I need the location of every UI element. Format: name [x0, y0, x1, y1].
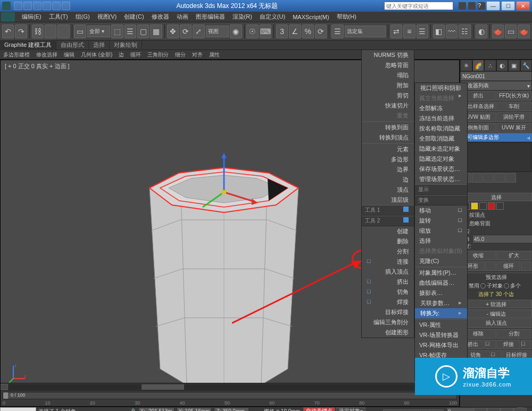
- manipulate-icon[interactable]: ☉: [246, 24, 258, 38]
- material-editor-icon[interactable]: ◐: [476, 24, 487, 38]
- ref-coord-dropdown[interactable]: 视图: [206, 26, 229, 37]
- qat-btn[interactable]: [33, 2, 41, 10]
- ctx-quickslice[interactable]: 快速切片: [362, 101, 414, 111]
- viewport-label[interactable]: [ + 0 正交 0 真实 + 边面 ]: [5, 62, 70, 70]
- goto-end-icon[interactable]: ⏭: [432, 409, 444, 412]
- ctx-delete[interactable]: 删除: [362, 236, 414, 246]
- rollout-soft-selection[interactable]: + 软选择: [460, 300, 532, 308]
- help-icon[interactable]: ?: [478, 2, 485, 10]
- hierarchy-tab-icon[interactable]: ⛬: [484, 60, 496, 71]
- undo-icon[interactable]: ↶: [2, 24, 14, 38]
- ctx-edge[interactable]: 边: [362, 175, 414, 185]
- angle-spinner[interactable]: [472, 235, 532, 243]
- menu-modifiers[interactable]: 修改器: [148, 12, 173, 22]
- layer-icon[interactable]: ☰: [417, 24, 428, 38]
- ctx-insert-vertex[interactable]: 插入顶点: [362, 267, 414, 277]
- rollout-selection[interactable]: 选择: [460, 193, 532, 201]
- utilities-tab-icon[interactable]: 🔧: [520, 60, 533, 71]
- angle-snap-icon[interactable]: ∠: [289, 24, 301, 38]
- menu-edit[interactable]: 编辑(E): [18, 12, 45, 22]
- cp-btn-uvwunwrap[interactable]: UVW 展开: [496, 123, 531, 133]
- snap-icon[interactable]: 3: [276, 24, 288, 38]
- motion-tab-icon[interactable]: ◐: [496, 60, 509, 71]
- menu-views[interactable]: 视图(V): [94, 12, 121, 22]
- ctx-save-state[interactable]: 保存场景状态…: [415, 164, 467, 174]
- modifier-stack-item[interactable]: ◨ 可编辑多边形◃: [460, 133, 532, 142]
- menu-help[interactable]: 帮助(H): [333, 12, 360, 22]
- select-icon[interactable]: ⬚: [111, 24, 123, 38]
- ctx-hide-sel[interactable]: 隐藏选定对象: [415, 154, 467, 164]
- extrude-settings-icon[interactable]: □: [485, 340, 496, 349]
- z-coord[interactable]: Z: 350.0mm: [214, 407, 249, 411]
- selection-filter-dropdown[interactable]: 全部 ▾: [87, 26, 111, 37]
- scroll-right-icon[interactable]: [452, 384, 459, 390]
- ribbon-item[interactable]: 对齐: [189, 50, 206, 60]
- ctx-vr-anim-export[interactable]: VR-场景动画导出: [415, 371, 467, 381]
- scroll-thumb[interactable]: [142, 384, 184, 390]
- ribbon-item[interactable]: 循环: [127, 50, 144, 60]
- ctx-create-shape[interactable]: 创建图形: [362, 327, 414, 338]
- zoom-all-icon[interactable]: [487, 408, 500, 411]
- modify-tab-icon[interactable]: 🌈: [472, 60, 485, 71]
- weld-settings-icon[interactable]: □: [521, 340, 531, 349]
- qat-btn[interactable]: [43, 2, 51, 10]
- ctx-dope-sheet[interactable]: 摄影表…: [415, 288, 467, 298]
- ctx-to-face[interactable]: 转换到面: [362, 122, 414, 133]
- show-end-icon[interactable]: [472, 173, 483, 183]
- loop-spinner-icon[interactable]: [521, 261, 531, 271]
- menu-customize[interactable]: 自定义(U): [256, 12, 289, 22]
- pivot-icon[interactable]: ◉: [230, 24, 242, 38]
- selected-dropdown[interactable]: 选定对象 ▾: [336, 407, 365, 411]
- app-icon[interactable]: [2, 2, 11, 10]
- polygon-subobj-icon[interactable]: [488, 202, 495, 210]
- keyboard-shortcut-icon[interactable]: ⌨: [260, 24, 271, 38]
- ribbon-item[interactable]: 细分: [172, 50, 189, 60]
- ctx-create[interactable]: 创建: [362, 226, 414, 236]
- y-coord[interactable]: Y: 105.16mm: [177, 407, 212, 411]
- ctx-element[interactable]: 元素: [362, 144, 414, 154]
- zoom-extents-icon[interactable]: [501, 408, 513, 411]
- modifier-list-dropdown[interactable]: 修改器列表▾: [460, 81, 532, 91]
- ctx-vr-scene-conv[interactable]: VR-场景转换器: [415, 330, 467, 340]
- time-slider[interactable]: 0 / 100 0102030405060708090100: [1, 390, 459, 406]
- ctx-target-weld[interactable]: 目标焊接: [362, 307, 414, 317]
- ctx-vr-props[interactable]: VR-属性: [415, 320, 467, 330]
- menu-rendering[interactable]: 渲染(R): [229, 12, 256, 22]
- ribbon-tab-freeform[interactable]: 自由形式: [56, 40, 89, 50]
- edge-subobj-icon[interactable]: [471, 202, 478, 210]
- ribbon-tab-selection[interactable]: 选择: [89, 40, 110, 50]
- ring-spinner-icon[interactable]: [485, 261, 496, 271]
- align-icon[interactable]: ≡: [403, 24, 415, 38]
- help-search-input[interactable]: [384, 2, 453, 10]
- ctx-vr-frame-buffer[interactable]: VR-帧缓存: [415, 350, 467, 360]
- object-name-input[interactable]: [460, 71, 532, 81]
- ctx-split[interactable]: 分割: [362, 246, 414, 257]
- menu-tools[interactable]: 工具(T): [45, 12, 72, 22]
- ctx-vr-scene-export[interactable]: VR-场景导出: [415, 360, 467, 371]
- ribbon-item[interactable]: 多边形建模: [0, 50, 33, 60]
- ribbon-item[interactable]: 修改选择: [33, 50, 61, 60]
- ctx-edit-tri[interactable]: 编辑三角剖分: [362, 317, 414, 327]
- close-button[interactable]: ✕: [516, 1, 530, 11]
- ctx-select[interactable]: 选择: [415, 236, 467, 246]
- ctx-obj-props[interactable]: 对象属性(P)…: [415, 268, 467, 278]
- preview-multi-radio[interactable]: [504, 283, 509, 289]
- ctx-vp-lighting[interactable]: 视口照明和阴影: [415, 83, 467, 93]
- graphite-icon[interactable]: ◧: [433, 24, 445, 38]
- x-coord[interactable]: X: -201.513m: [138, 407, 174, 411]
- hexagon-vase-model[interactable]: [139, 151, 309, 396]
- ctx-toplevel[interactable]: 顶层级: [362, 195, 414, 205]
- preview-subobj-radio[interactable]: [480, 283, 486, 289]
- prev-frame-icon[interactable]: ◀: [395, 409, 407, 412]
- ctx-select-similar[interactable]: 选择类似对象(S): [415, 246, 467, 256]
- spinner-snap-icon[interactable]: ⟳: [315, 24, 327, 38]
- ctx-move[interactable]: 移动□: [415, 206, 467, 216]
- ctx-nurms[interactable]: NURMS 切换: [362, 50, 414, 60]
- time-slider-thumb[interactable]: [3, 392, 9, 399]
- menu-maxscript[interactable]: MAXScript(M): [289, 13, 332, 21]
- link-icon[interactable]: ⛓: [32, 24, 44, 38]
- ctx-collapse[interactable]: 塌陷: [362, 70, 414, 80]
- qat-btn[interactable]: [52, 2, 61, 10]
- ctx-attach[interactable]: 附加: [362, 80, 414, 91]
- curve-editor-icon[interactable]: 〰: [446, 24, 458, 38]
